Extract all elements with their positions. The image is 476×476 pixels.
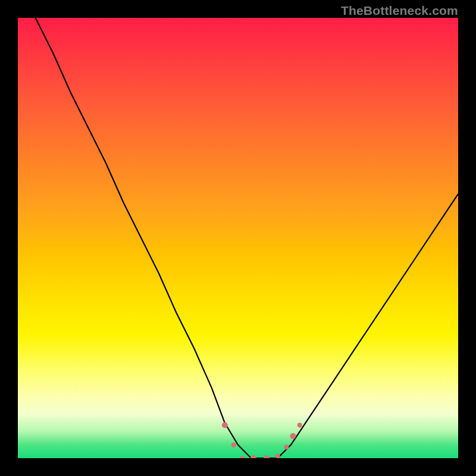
bottom-marker-3	[264, 455, 270, 458]
bottom-marker-4	[275, 453, 280, 458]
plot-area	[18, 18, 458, 458]
left-marker-2	[231, 443, 236, 447]
chart-svg	[18, 18, 458, 458]
bottom-marker-1	[240, 456, 245, 458]
left-marker-1	[222, 422, 228, 428]
right-marker-1	[284, 445, 289, 450]
watermark-text: TheBottleneck.com	[341, 4, 458, 18]
marker-group	[222, 422, 302, 459]
right-marker-2	[290, 433, 296, 439]
chart-frame: TheBottleneck.com	[0, 0, 476, 476]
bottleneck-curve	[18, 18, 458, 458]
bottom-marker-2	[250, 455, 256, 458]
right-marker-3	[298, 423, 302, 428]
